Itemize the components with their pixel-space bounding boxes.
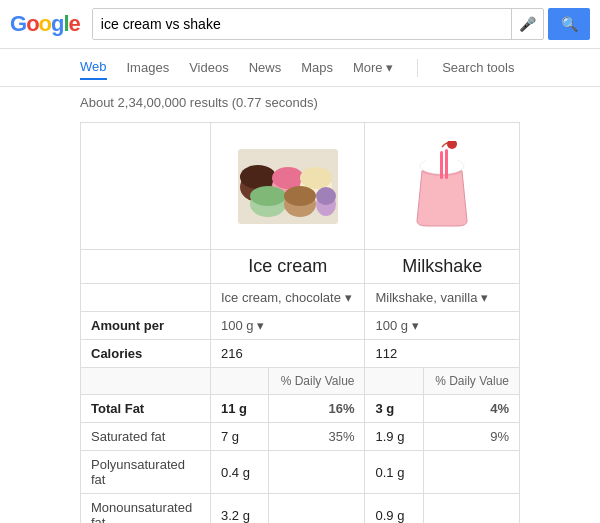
poly-fat-val2: 0.1 g	[365, 451, 423, 494]
total-fat-val2: 3 g	[365, 395, 423, 423]
total-fat-label-cell: Total Fat	[81, 395, 211, 423]
empty-label-cell	[81, 123, 211, 250]
milkshake-dropdown[interactable]: Milkshake, vanilla ▾	[365, 284, 520, 312]
daily-value-header-1: % Daily Value	[269, 368, 365, 395]
sat-fat-pct1: 35%	[269, 423, 365, 451]
nav-divider	[417, 59, 418, 77]
daily-value-header-2: % Daily Value	[423, 368, 519, 395]
empty-daily-label	[81, 368, 211, 395]
total-fat-row: Total Fat 11 g 16% 3 g 4%	[81, 395, 520, 423]
search-button[interactable]: 🔍	[548, 8, 590, 40]
nav-more[interactable]: More ▾	[353, 56, 393, 79]
food-name-row: Ice cream Milkshake	[81, 250, 520, 284]
poly-fat-pct2	[423, 451, 519, 494]
milkshake-calories: 112	[365, 340, 520, 368]
mono-fat-label-cell: Monounsaturated fat	[81, 494, 211, 524]
results-count: About 2,34,00,000 results (0.77 seconds)	[80, 95, 318, 110]
svg-point-2	[240, 165, 276, 189]
mic-button[interactable]: 🎤	[511, 9, 543, 39]
amount-label-cell: Amount per	[81, 312, 211, 340]
mono-fat-pct1	[269, 494, 365, 524]
main-content: Ice cream Milkshake Ice cream, chocolate…	[0, 118, 600, 523]
ice-cream-amount[interactable]: 100 g ▾	[211, 312, 365, 340]
milkshake-image-cell	[365, 123, 520, 250]
svg-rect-19	[445, 149, 448, 179]
milkshake-svg	[407, 141, 477, 231]
total-fat-pct2: 4%	[423, 395, 519, 423]
nav-bar: Web Images Videos News Maps More ▾ Searc…	[0, 49, 600, 87]
nav-videos[interactable]: Videos	[189, 56, 229, 79]
google-logo: Google	[10, 11, 80, 37]
nav-web[interactable]: Web	[80, 55, 107, 80]
poly-fat-label-cell: Polyunsaturated fat	[81, 451, 211, 494]
results-summary: About 2,34,00,000 results (0.77 seconds)	[0, 87, 600, 118]
search-input[interactable]	[93, 9, 511, 39]
svg-point-8	[250, 186, 286, 206]
poly-fat-row: Polyunsaturated fat 0.4 g 0.1 g	[81, 451, 520, 494]
ice-cream-dropdown[interactable]: Ice cream, chocolate ▾	[211, 284, 365, 312]
ice-cream-svg	[238, 149, 338, 224]
saturated-fat-row: Saturated fat 7 g 35% 1.9 g 9%	[81, 423, 520, 451]
calories-label: Calories	[91, 346, 142, 361]
comparison-table: Ice cream Milkshake Ice cream, chocolate…	[80, 122, 520, 523]
empty-name-label	[81, 250, 211, 284]
mono-fat-val1: 3.2 g	[211, 494, 269, 524]
sat-fat-pct2: 9%	[423, 423, 519, 451]
ice-cream-image-container	[221, 141, 354, 232]
search-icon: 🔍	[561, 16, 578, 32]
sat-fat-label-cell: Saturated fat	[81, 423, 211, 451]
sat-fat-val2: 1.9 g	[365, 423, 423, 451]
sat-fat-val1: 7 g	[211, 423, 269, 451]
svg-rect-20	[440, 151, 443, 179]
svg-point-12	[316, 187, 336, 205]
ice-cream-dropdown-label: Ice cream, chocolate ▾	[221, 290, 352, 305]
ice-cream-image-cell	[211, 123, 365, 250]
amount-label: Amount per	[91, 318, 164, 333]
ice-cream-name: Ice cream	[211, 250, 365, 284]
total-fat-val1: 11 g	[211, 395, 269, 423]
total-fat-pct1: 16%	[269, 395, 365, 423]
milkshake-image-container	[375, 133, 509, 239]
poly-fat-val1: 0.4 g	[211, 451, 269, 494]
poly-fat-pct1	[269, 451, 365, 494]
svg-point-6	[300, 167, 332, 189]
nav-images[interactable]: Images	[127, 56, 170, 79]
svg-point-10	[284, 186, 316, 206]
empty-daily-val2	[365, 368, 423, 395]
empty-dropdown-label	[81, 284, 211, 312]
amount-row: Amount per 100 g ▾ 100 g ▾	[81, 312, 520, 340]
milkshake-amount[interactable]: 100 g ▾	[365, 312, 520, 340]
mono-fat-row: Monounsaturated fat 3.2 g 0.9 g	[81, 494, 520, 524]
nav-news[interactable]: News	[249, 56, 282, 79]
ice-cream-calories: 216	[211, 340, 365, 368]
nav-search-tools[interactable]: Search tools	[442, 56, 514, 79]
ice-cream-amount-label: 100 g ▾	[221, 318, 264, 333]
milkshake-name: Milkshake	[365, 250, 520, 284]
svg-point-18	[447, 141, 457, 149]
empty-daily-val1	[211, 368, 269, 395]
daily-value-header-row: % Daily Value % Daily Value	[81, 368, 520, 395]
mono-fat-val2: 0.9 g	[365, 494, 423, 524]
dropdown-row: Ice cream, chocolate ▾ Milkshake, vanill…	[81, 284, 520, 312]
milkshake-dropdown-label: Milkshake, vanilla ▾	[375, 290, 488, 305]
calories-label-cell: Calories	[81, 340, 211, 368]
header: Google 🎤 🔍	[0, 0, 600, 49]
search-box: 🎤	[92, 8, 544, 40]
total-fat-label: Total Fat	[91, 401, 144, 416]
mic-icon: 🎤	[519, 16, 536, 32]
milkshake-amount-label: 100 g ▾	[375, 318, 418, 333]
svg-point-4	[272, 167, 304, 189]
mono-fat-pct2	[423, 494, 519, 524]
nav-maps[interactable]: Maps	[301, 56, 333, 79]
image-row	[81, 123, 520, 250]
calories-row: Calories 216 112	[81, 340, 520, 368]
